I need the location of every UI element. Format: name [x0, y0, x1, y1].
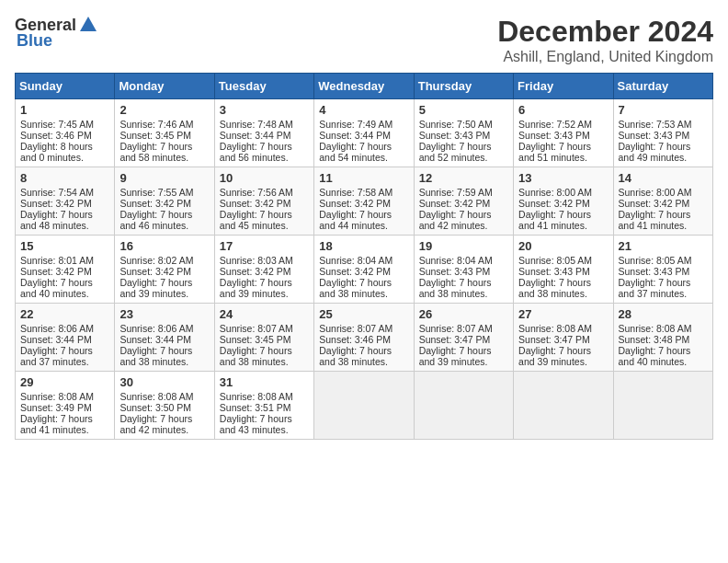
daylight-text: Daylight: 7 hours and 58 minutes.	[119, 141, 192, 163]
sunrise-text: Sunrise: 7:45 AM	[20, 119, 94, 130]
sunset-text: Sunset: 3:44 PM	[119, 334, 191, 345]
col-friday: Friday	[514, 74, 613, 99]
empty-cell	[414, 372, 513, 440]
sunrise-text: Sunrise: 8:00 AM	[518, 187, 592, 198]
sunrise-text: Sunrise: 8:04 AM	[319, 255, 392, 266]
day-number: 16	[119, 239, 209, 253]
day-number: 28	[619, 307, 708, 321]
sunrise-text: Sunrise: 8:00 AM	[619, 187, 692, 198]
day-number: 17	[220, 239, 309, 253]
calendar-table: Sunday Monday Tuesday Wednesday Thursday…	[15, 73, 713, 440]
calendar-week-row: 8 Sunrise: 7:54 AM Sunset: 3:42 PM Dayli…	[16, 167, 713, 236]
daylight-text: Daylight: 8 hours and 0 minutes.	[20, 141, 93, 163]
sunset-text: Sunset: 3:43 PM	[419, 266, 491, 277]
sunrise-text: Sunrise: 7:49 AM	[319, 119, 392, 130]
title-block: December 2024 Ashill, England, United Ki…	[497, 15, 713, 65]
sunset-text: Sunset: 3:43 PM	[419, 130, 491, 141]
sunrise-text: Sunrise: 8:05 AM	[518, 255, 592, 266]
sunrise-text: Sunrise: 7:58 AM	[319, 187, 392, 198]
sunrise-text: Sunrise: 8:04 AM	[419, 255, 493, 266]
col-sunday: Sunday	[16, 74, 115, 99]
sunrise-text: Sunrise: 8:02 AM	[119, 255, 193, 266]
sunset-text: Sunset: 3:50 PM	[119, 402, 191, 413]
sunset-text: Sunset: 3:42 PM	[319, 198, 391, 209]
daylight-text: Daylight: 7 hours and 40 minutes.	[619, 345, 691, 367]
sunrise-text: Sunrise: 8:07 AM	[419, 323, 493, 334]
col-wednesday: Wednesday	[314, 74, 414, 99]
day-number: 3	[220, 103, 309, 117]
day-number: 19	[419, 239, 508, 253]
day-number: 9	[119, 171, 209, 185]
col-saturday: Saturday	[613, 74, 712, 99]
sunset-text: Sunset: 3:51 PM	[220, 402, 291, 413]
day-cell-4: 4 Sunrise: 7:49 AM Sunset: 3:44 PM Dayli…	[314, 99, 414, 167]
sunrise-text: Sunrise: 8:01 AM	[20, 255, 94, 266]
daylight-text: Daylight: 7 hours and 39 minutes.	[419, 345, 492, 367]
day-cell-26: 26 Sunrise: 8:07 AM Sunset: 3:47 PM Dayl…	[414, 304, 513, 372]
day-number: 30	[119, 375, 209, 389]
daylight-text: Daylight: 7 hours and 42 minutes.	[419, 209, 492, 231]
day-cell-2: 2 Sunrise: 7:46 AM Sunset: 3:45 PM Dayli…	[115, 99, 214, 167]
sunrise-text: Sunrise: 8:08 AM	[518, 323, 592, 334]
daylight-text: Daylight: 7 hours and 42 minutes.	[119, 413, 192, 435]
day-cell-11: 11 Sunrise: 7:58 AM Sunset: 3:42 PM Dayl…	[314, 167, 414, 236]
day-cell-18: 18 Sunrise: 8:04 AM Sunset: 3:42 PM Dayl…	[314, 236, 414, 304]
daylight-text: Daylight: 7 hours and 37 minutes.	[619, 277, 691, 299]
sunset-text: Sunset: 3:42 PM	[619, 198, 690, 209]
day-number: 5	[419, 103, 508, 117]
calendar-week-row: 22 Sunrise: 8:06 AM Sunset: 3:44 PM Dayl…	[16, 304, 713, 372]
day-cell-29: 29 Sunrise: 8:08 AM Sunset: 3:49 PM Dayl…	[16, 372, 115, 440]
day-cell-16: 16 Sunrise: 8:02 AM Sunset: 3:42 PM Dayl…	[115, 236, 214, 304]
logo-blue: Blue	[15, 31, 52, 51]
sunset-text: Sunset: 3:45 PM	[220, 334, 291, 345]
daylight-text: Daylight: 7 hours and 40 minutes.	[20, 277, 93, 299]
col-monday: Monday	[115, 74, 214, 99]
daylight-text: Daylight: 7 hours and 39 minutes.	[119, 277, 192, 299]
logo-icon	[78, 15, 98, 35]
sunset-text: Sunset: 3:42 PM	[518, 198, 590, 209]
day-number: 22	[20, 307, 109, 321]
sunset-text: Sunset: 3:44 PM	[220, 130, 291, 141]
sunrise-text: Sunrise: 8:06 AM	[119, 323, 193, 334]
daylight-text: Daylight: 7 hours and 54 minutes.	[319, 141, 392, 163]
daylight-text: Daylight: 7 hours and 38 minutes.	[319, 345, 392, 367]
logo: General Blue	[15, 15, 98, 51]
daylight-text: Daylight: 7 hours and 39 minutes.	[518, 345, 591, 367]
daylight-text: Daylight: 7 hours and 41 minutes.	[518, 209, 591, 231]
day-cell-30: 30 Sunrise: 8:08 AM Sunset: 3:50 PM Dayl…	[115, 372, 214, 440]
sunset-text: Sunset: 3:42 PM	[220, 266, 291, 277]
day-number: 11	[319, 171, 408, 185]
day-number: 10	[220, 171, 309, 185]
sunrise-text: Sunrise: 7:56 AM	[220, 187, 293, 198]
sunrise-text: Sunrise: 7:53 AM	[619, 119, 692, 130]
day-number: 7	[619, 103, 708, 117]
day-number: 1	[20, 103, 109, 117]
sunrise-text: Sunrise: 8:06 AM	[20, 323, 94, 334]
day-number: 8	[20, 171, 109, 185]
day-cell-20: 20 Sunrise: 8:05 AM Sunset: 3:43 PM Dayl…	[514, 236, 613, 304]
day-cell-23: 23 Sunrise: 8:06 AM Sunset: 3:44 PM Dayl…	[115, 304, 214, 372]
day-number: 15	[20, 239, 109, 253]
day-cell-10: 10 Sunrise: 7:56 AM Sunset: 3:42 PM Dayl…	[214, 167, 313, 236]
day-cell-31: 31 Sunrise: 8:08 AM Sunset: 3:51 PM Dayl…	[214, 372, 313, 440]
sunrise-text: Sunrise: 8:05 AM	[619, 255, 692, 266]
sunset-text: Sunset: 3:42 PM	[20, 266, 92, 277]
daylight-text: Daylight: 7 hours and 38 minutes.	[319, 277, 392, 299]
empty-cell	[514, 372, 613, 440]
day-cell-21: 21 Sunrise: 8:05 AM Sunset: 3:43 PM Dayl…	[613, 236, 712, 304]
daylight-text: Daylight: 7 hours and 38 minutes.	[220, 345, 292, 367]
sunrise-text: Sunrise: 7:48 AM	[220, 119, 293, 130]
sunrise-text: Sunrise: 7:50 AM	[419, 119, 493, 130]
sunset-text: Sunset: 3:42 PM	[220, 198, 291, 209]
sunset-text: Sunset: 3:46 PM	[319, 334, 391, 345]
sunset-text: Sunset: 3:44 PM	[20, 334, 92, 345]
day-number: 20	[518, 239, 608, 253]
day-cell-5: 5 Sunrise: 7:50 AM Sunset: 3:43 PM Dayli…	[414, 99, 513, 167]
day-number: 4	[319, 103, 408, 117]
sunset-text: Sunset: 3:42 PM	[319, 266, 391, 277]
sunrise-text: Sunrise: 7:46 AM	[119, 119, 193, 130]
day-number: 18	[319, 239, 408, 253]
day-number: 23	[119, 307, 209, 321]
daylight-text: Daylight: 7 hours and 49 minutes.	[619, 141, 691, 163]
daylight-text: Daylight: 7 hours and 52 minutes.	[419, 141, 492, 163]
